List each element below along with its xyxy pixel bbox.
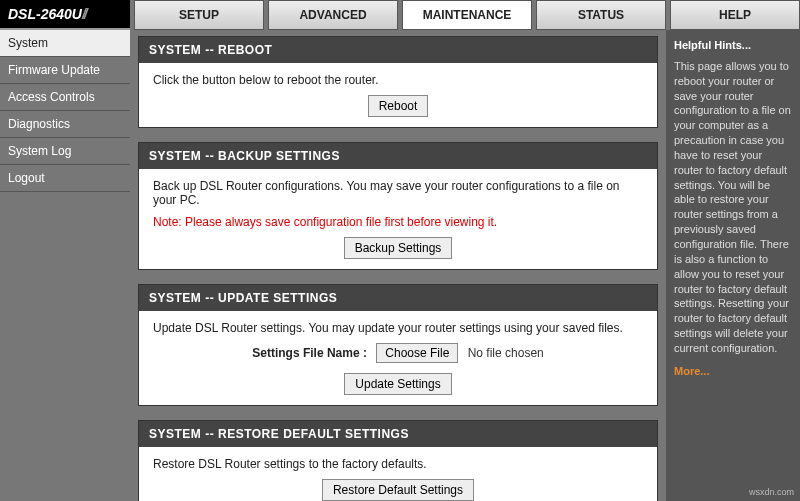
panel-update-text: Update DSL Router settings. You may upda… [153, 321, 643, 335]
sidebar-item-diagnostics[interactable]: Diagnostics [0, 111, 130, 138]
settings-file-label: Settings File Name : [252, 346, 367, 360]
hints-more-link[interactable]: More... [674, 364, 709, 379]
model-label: DSL-2640U// [0, 0, 130, 30]
sidebar-item-access-controls[interactable]: Access Controls [0, 84, 130, 111]
sidebar-item-firmware-update[interactable]: Firmware Update [0, 57, 130, 84]
panel-backup-title: SYSTEM -- BACKUP SETTINGS [139, 143, 657, 169]
panel-restore: SYSTEM -- RESTORE DEFAULT SETTINGS Resto… [138, 420, 658, 501]
panel-update: SYSTEM -- UPDATE SETTINGS Update DSL Rou… [138, 284, 658, 406]
reboot-button[interactable]: Reboot [368, 95, 429, 117]
hints-body: This page allows you to reboot your rout… [674, 59, 792, 356]
panel-backup-note: Note: Please always save configuration f… [153, 215, 643, 229]
tab-help[interactable]: HELP [670, 0, 800, 30]
panel-backup-text: Back up DSL Router configurations. You m… [153, 179, 643, 207]
panel-restore-title: SYSTEM -- RESTORE DEFAULT SETTINGS [139, 421, 657, 447]
tab-setup[interactable]: SETUP [134, 0, 264, 30]
sidebar-item-logout[interactable]: Logout [0, 165, 130, 192]
top-nav: SETUP ADVANCED MAINTENANCE STATUS HELP [130, 0, 800, 30]
panel-reboot: SYSTEM -- REBOOT Click the button below … [138, 36, 658, 128]
sidebar-item-system-log[interactable]: System Log [0, 138, 130, 165]
panel-reboot-title: SYSTEM -- REBOOT [139, 37, 657, 63]
panel-reboot-text: Click the button below to reboot the rou… [153, 73, 643, 87]
panel-restore-text: Restore DSL Router settings to the facto… [153, 457, 643, 471]
file-chosen-status: No file chosen [468, 346, 544, 360]
update-settings-button[interactable]: Update Settings [344, 373, 451, 395]
hints-title: Helpful Hints... [674, 38, 792, 53]
helpful-hints: Helpful Hints... This page allows you to… [666, 30, 800, 501]
tab-status[interactable]: STATUS [536, 0, 666, 30]
panel-update-title: SYSTEM -- UPDATE SETTINGS [139, 285, 657, 311]
tab-advanced[interactable]: ADVANCED [268, 0, 398, 30]
main-content: SYSTEM -- REBOOT Click the button below … [130, 30, 666, 501]
backup-settings-button[interactable]: Backup Settings [344, 237, 453, 259]
watermark: wsxdn.com [749, 487, 794, 497]
restore-default-button[interactable]: Restore Default Settings [322, 479, 474, 501]
tab-maintenance[interactable]: MAINTENANCE [402, 0, 532, 30]
choose-file-button[interactable]: Choose File [376, 343, 458, 363]
sidebar-item-system[interactable]: System [0, 30, 130, 57]
panel-backup: SYSTEM -- BACKUP SETTINGS Back up DSL Ro… [138, 142, 658, 270]
